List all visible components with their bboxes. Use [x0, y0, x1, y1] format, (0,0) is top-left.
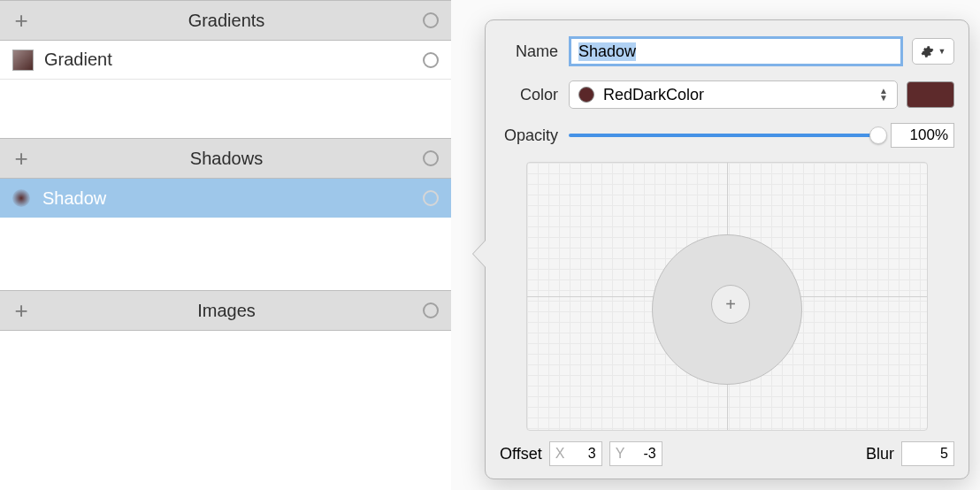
shadow-list-item[interactable]: Shadow	[0, 179, 451, 218]
name-label: Name	[500, 42, 569, 61]
offset-y-placeholder: Y	[616, 442, 625, 465]
offset-y-value: -3	[643, 442, 655, 465]
updown-stepper-icon: ▲▼	[879, 88, 888, 102]
list-item-label: Gradient	[44, 50, 423, 70]
asset-list-panel: + Gradients Gradient + Shadows Shadow + …	[0, 0, 451, 490]
section-status-ring-icon[interactable]	[423, 12, 439, 28]
opacity-label: Opacity	[500, 126, 569, 145]
color-select-value: RedDarkColor	[603, 86, 879, 104]
add-image-button[interactable]: +	[12, 302, 30, 319]
popover-arrow-icon	[473, 240, 486, 268]
options-menu-button[interactable]: ▼	[912, 38, 954, 65]
opacity-slider[interactable]	[569, 134, 878, 137]
shadow-editor-popover: Name ▼ Color RedDarkColor ▲▼ Opacity	[485, 19, 969, 479]
color-dot-icon	[578, 87, 594, 103]
shadow-preview-icon	[12, 189, 30, 207]
gradient-list-item[interactable]: Gradient	[0, 41, 451, 80]
add-gradient-button[interactable]: +	[12, 11, 30, 29]
color-label: Color	[500, 86, 569, 104]
section-status-ring-icon[interactable]	[423, 302, 439, 318]
offset-handle[interactable]: +	[711, 285, 750, 324]
item-status-ring-icon[interactable]	[423, 52, 439, 68]
offset-outer-circle-icon: +	[652, 234, 802, 385]
section-title: Gradients	[30, 11, 423, 31]
color-select[interactable]: RedDarkColor ▲▼	[569, 80, 898, 109]
list-item-label: Shadow	[42, 188, 423, 209]
section-status-ring-icon[interactable]	[423, 150, 439, 166]
offset-x-value: 3	[588, 442, 596, 465]
offset-y-field[interactable]: Y -3	[609, 441, 662, 466]
blur-label: Blur	[866, 445, 894, 463]
section-header-gradients: + Gradients	[0, 0, 451, 41]
add-shadow-button[interactable]: +	[12, 149, 30, 167]
slider-thumb[interactable]	[869, 126, 887, 144]
chevron-down-icon: ▼	[938, 47, 946, 56]
blur-field[interactable]: 5	[901, 441, 954, 466]
offset-x-placeholder: X	[555, 442, 565, 465]
section-title: Shadows	[30, 149, 423, 169]
opacity-value-field[interactable]: 100%	[891, 123, 954, 148]
gradient-swatch-icon	[12, 50, 34, 71]
section-title: Images	[30, 301, 423, 321]
item-status-ring-icon[interactable]	[423, 190, 439, 206]
section-header-shadows: + Shadows	[0, 138, 451, 179]
blur-value: 5	[940, 442, 948, 465]
section-header-images: + Images	[0, 290, 451, 331]
offset-x-field[interactable]: X 3	[549, 441, 602, 466]
name-input[interactable]	[569, 36, 903, 66]
offset-label: Offset	[500, 445, 542, 463]
color-swatch-button[interactable]	[907, 81, 954, 108]
gear-icon	[921, 45, 934, 58]
offset-trackpad[interactable]: +	[526, 162, 928, 431]
